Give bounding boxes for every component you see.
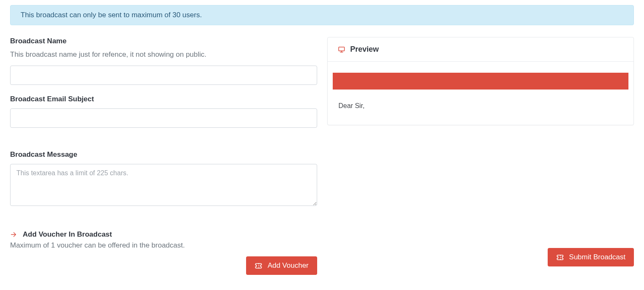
broadcast-name-label: Broadcast Name	[10, 37, 317, 45]
ticket-icon	[556, 253, 564, 261]
broadcast-message-label: Broadcast Message	[10, 150, 317, 159]
add-voucher-label: Add Voucher In Broadcast	[23, 230, 112, 239]
preview-banner	[333, 73, 629, 90]
preview-card: Preview Dear Sir,	[327, 37, 634, 125]
info-alert-text: This broadcast can only be sent to maxim…	[21, 11, 202, 19]
submit-broadcast-button[interactable]: Submit Broadcast	[548, 248, 634, 266]
broadcast-subject-label: Broadcast Email Subject	[10, 95, 317, 103]
add-voucher-button-label: Add Voucher	[268, 261, 308, 270]
broadcast-name-hint: This broadcast name just for refence, it…	[10, 50, 317, 59]
arrow-right-icon	[10, 231, 17, 238]
preview-greeting: Dear Sir,	[333, 102, 629, 110]
info-alert: This broadcast can only be sent to maxim…	[10, 5, 634, 25]
submit-broadcast-button-label: Submit Broadcast	[569, 253, 625, 261]
add-voucher-button[interactable]: Add Voucher	[246, 256, 317, 275]
preview-title: Preview	[350, 45, 379, 54]
broadcast-name-input[interactable]	[10, 66, 317, 85]
ticket-icon	[254, 262, 262, 270]
svg-rect-4	[339, 47, 345, 51]
broadcast-message-textarea[interactable]	[10, 164, 317, 206]
add-voucher-hint: Maximum of 1 voucher can be offered in t…	[10, 241, 317, 250]
broadcast-subject-input[interactable]	[10, 108, 317, 128]
presentation-icon	[338, 46, 345, 53]
